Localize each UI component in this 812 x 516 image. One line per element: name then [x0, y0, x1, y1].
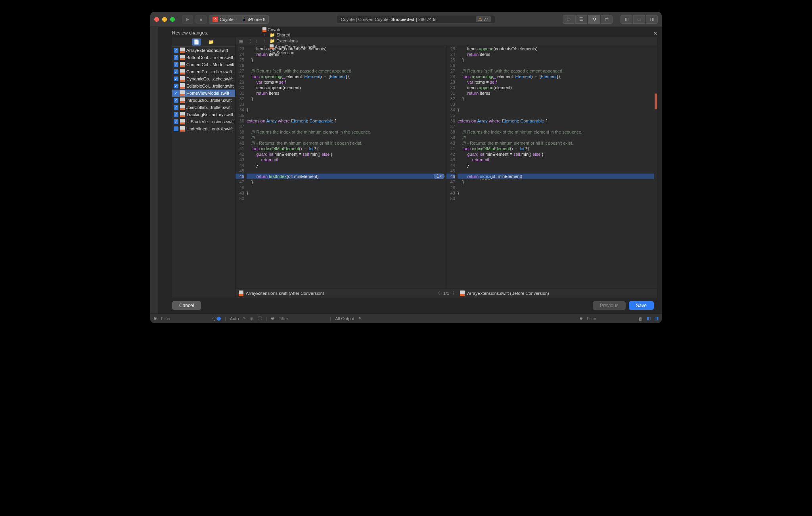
checkbox[interactable]: ✓ — [174, 76, 178, 81]
code-line[interactable] — [247, 63, 443, 68]
code-line[interactable]: } — [458, 179, 654, 185]
checkbox[interactable]: ✓ — [174, 62, 178, 67]
toggle-debug[interactable]: ▭ — [633, 15, 645, 24]
code-line[interactable]: return index(of: minElement) — [458, 174, 654, 179]
code-line[interactable] — [247, 168, 443, 174]
code-line[interactable] — [247, 196, 443, 201]
code-line[interactable]: /// - Returns: the minimum element or ni… — [458, 140, 654, 146]
assistant-editor[interactable]: ☰ — [575, 15, 587, 24]
checkbox[interactable]: ✓ — [174, 84, 178, 88]
file-item[interactable]: ✓UIStackVie…nsions.swift — [172, 118, 235, 125]
code-line[interactable]: /// Returns the index of the minimum ele… — [458, 129, 654, 135]
code-line[interactable]: return firstIndex(of: minElement) — [247, 174, 443, 179]
minimize-window[interactable] — [162, 17, 167, 22]
after-pane[interactable]: 2324252627282930313233343536373839404142… — [236, 46, 446, 288]
checkbox[interactable]: ✓ — [174, 105, 178, 110]
minimap[interactable] — [655, 50, 657, 226]
warning-badge[interactable]: ⚠ 77 — [476, 16, 490, 22]
file-item[interactable]: Underlined…ontrol.swift — [172, 125, 235, 132]
back-button[interactable]: 〈 — [246, 38, 253, 44]
navigator-collapsed[interactable] — [150, 27, 158, 313]
code-line[interactable]: items.append(element) — [458, 85, 654, 90]
code-line[interactable]: /// Returns `self` with the passed eleme… — [458, 68, 654, 74]
code-line[interactable]: /// - Returns: the minimum element or ni… — [247, 140, 443, 146]
code-line[interactable]: } — [458, 96, 654, 101]
code-line[interactable]: } — [247, 57, 443, 63]
code-line[interactable] — [247, 101, 443, 107]
prev-change[interactable]: 〈 — [436, 290, 440, 296]
view-by-file-tab[interactable]: 📄 — [192, 38, 201, 46]
jump-bar[interactable]: ▦ 〈 〉 Coyote〉📁Shared〉📁Extensions〉ArrayEx… — [236, 37, 657, 46]
breadcrumb-item[interactable]: 〉📁Shared — [262, 32, 316, 38]
stop-button[interactable]: ■ — [195, 15, 207, 24]
code-line[interactable]: items.append(element) — [247, 85, 443, 90]
previous-button[interactable]: Previous — [593, 301, 626, 310]
checkbox[interactable]: ✓ — [174, 48, 178, 53]
variables-filter[interactable] — [161, 316, 209, 321]
breadcrumb-item[interactable]: 〉📁Extensions — [262, 38, 316, 44]
checkbox[interactable]: ✓ — [174, 55, 178, 60]
checkbox[interactable]: ✓ — [174, 119, 178, 124]
file-item[interactable]: ✓DynamicCo…ache.swift — [172, 75, 235, 82]
zoom-window[interactable] — [170, 17, 175, 22]
console-filter[interactable] — [278, 316, 326, 321]
close-window[interactable] — [154, 17, 159, 22]
code-line[interactable]: return nil — [247, 157, 443, 162]
code-line[interactable] — [458, 185, 654, 190]
code-line[interactable] — [458, 196, 654, 201]
code-line[interactable]: var items = self — [458, 79, 654, 85]
code-line[interactable] — [247, 113, 443, 118]
save-button[interactable]: Save — [629, 301, 654, 310]
close-icon[interactable]: ✕ — [653, 30, 658, 36]
code-line[interactable]: } — [458, 190, 654, 196]
code-line[interactable] — [247, 185, 443, 190]
file-item[interactable]: ✓ArrayExtensions.swift — [172, 47, 235, 54]
code-line[interactable]: } — [458, 107, 654, 113]
all-output-label[interactable]: All Output — [335, 316, 354, 321]
checkbox[interactable] — [174, 126, 178, 131]
breadcrumb-item[interactable]: Coyote — [262, 27, 316, 32]
code-line[interactable]: } — [247, 190, 443, 196]
code-line[interactable]: var items = self — [247, 79, 443, 85]
view-by-folder-tab[interactable]: 📁 — [207, 38, 216, 46]
run-button[interactable]: ▶ — [182, 15, 193, 24]
code-line[interactable]: /// Returns the index of the minimum ele… — [247, 129, 443, 135]
forward-button[interactable]: 〉 — [254, 38, 261, 44]
file-item[interactable]: ✓TrackingBr…actory.swift — [172, 111, 235, 118]
code-line[interactable]: func appending(_ element: Element) → [El… — [247, 74, 443, 79]
file-item[interactable]: ✓ContentCol…Model.swift — [172, 61, 235, 68]
standard-editor[interactable]: ▭ — [563, 15, 575, 24]
code-line[interactable] — [458, 63, 654, 68]
code-line[interactable]: } — [247, 179, 443, 185]
info-icon[interactable]: ⓘ — [258, 315, 262, 321]
checkbox[interactable]: ✓ — [174, 69, 178, 74]
code-line[interactable]: func appending(_ element: Element) → [El… — [458, 74, 654, 79]
code-line[interactable]: return items — [458, 52, 654, 57]
code-line[interactable] — [458, 101, 654, 107]
code-line[interactable]: guard let minElement = self.min() else { — [458, 151, 654, 157]
file-item[interactable]: ✓ContentPa…troller.swift — [172, 68, 235, 75]
code-line[interactable]: /// Returns `self` with the passed eleme… — [247, 68, 443, 74]
cancel-button[interactable]: Cancel — [172, 301, 201, 310]
split-left-icon[interactable]: ◧ — [647, 316, 651, 321]
toggle-navigator[interactable]: ◧ — [620, 15, 632, 24]
file-list[interactable]: ✓ArrayExtensions.swift✓ButtonCont…trolle… — [172, 47, 235, 298]
code-line[interactable]: } — [247, 107, 443, 113]
code-line[interactable]: } — [458, 162, 654, 168]
code-line[interactable]: extension Array where Element: Comparabl… — [458, 118, 654, 124]
related-items-icon[interactable]: ▦ — [238, 39, 244, 44]
code-line[interactable] — [458, 124, 654, 129]
file-item[interactable]: ✓JoinCollab…troller.swift — [172, 104, 235, 111]
code-line[interactable]: return items — [247, 52, 443, 57]
toggle-inspector[interactable]: ◨ — [646, 15, 658, 24]
code-line[interactable] — [458, 168, 654, 174]
scheme-selector[interactable]: ∴ Coyote 〉 📱 iPhone 8 — [209, 15, 269, 24]
code-line[interactable]: } — [247, 96, 443, 101]
checkbox[interactable]: ✓ — [174, 98, 178, 103]
before-pane[interactable]: 2324252627282930313233343536373839404142… — [446, 46, 657, 288]
code-line[interactable]: extension Array where Element: Comparabl… — [247, 118, 443, 124]
auto-label[interactable]: Auto — [230, 316, 239, 321]
code-line[interactable]: /// — [458, 135, 654, 140]
trash-icon[interactable]: 🗑 — [638, 316, 643, 321]
code-line[interactable]: items.append(contentsOf: elements) — [247, 46, 443, 52]
